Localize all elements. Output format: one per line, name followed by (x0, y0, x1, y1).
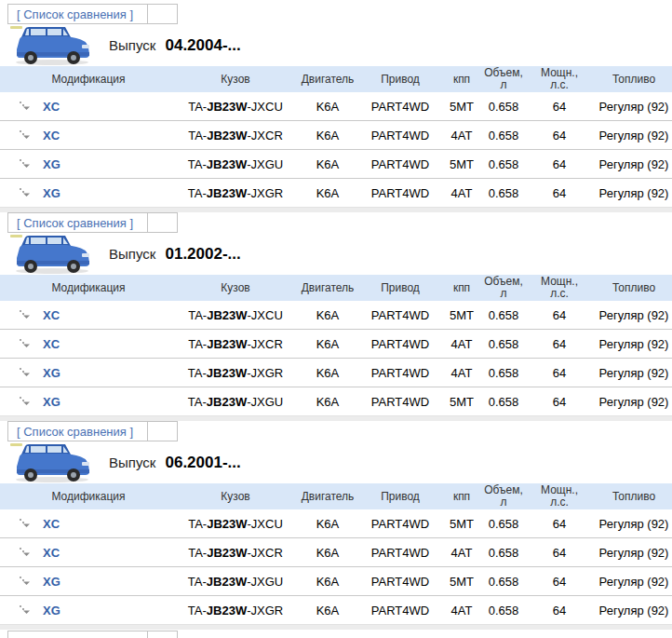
car-thumbnail (7, 24, 96, 66)
release-info: Выпуск 04.2004-... (109, 36, 241, 55)
gearbox-cell: 4AT (439, 179, 484, 208)
body-code-cell: TA-JB23W-JXCU (177, 92, 294, 121)
compare-list-cell (7, 631, 147, 638)
modification-link[interactable]: XG (43, 186, 60, 200)
compare-add-icon[interactable] (19, 367, 30, 378)
release-info: Выпуск 06.2001-... (109, 454, 241, 472)
table-row: XC TA-JB23W-JXCU K6A PART4WD 5MT 0.658 6… (0, 509, 672, 538)
table-row: XG TA-JB23W-JXGR K6A PART4WD 4AT 0.658 6… (0, 179, 672, 208)
mods-table: Модификация Кузов Двигатель Привод кпп О… (0, 275, 672, 415)
catalog-section: [ Список сравнения ] Выпуск 04.2004-... … (0, 4, 672, 212)
col-header-volume: Объем,л (484, 66, 523, 92)
compare-add-icon[interactable] (19, 129, 30, 141)
col-header-modification: Модификация (0, 66, 177, 92)
modification-link[interactable]: XC (43, 100, 60, 114)
modification-link[interactable]: XC (43, 337, 60, 351)
compare-add-icon[interactable] (19, 187, 30, 198)
engine-cell: K6A (294, 538, 361, 567)
compare-add-icon[interactable] (19, 547, 30, 558)
modification-link[interactable]: XG (43, 157, 60, 171)
compare-list-link[interactable]: [ Список сравнения ] (17, 216, 133, 230)
modification-link[interactable]: XC (43, 129, 60, 143)
compare-add-icon[interactable] (19, 338, 30, 349)
drive-cell: PART4WD (361, 301, 439, 330)
power-cell: 64 (523, 330, 596, 359)
gearbox-cell: 4AT (439, 596, 484, 625)
fuel-cell: Регуляр (92) (596, 92, 672, 121)
engine-cell: K6A (294, 359, 361, 387)
modification-link[interactable]: XC (43, 546, 60, 560)
modification-link[interactable]: XG (43, 575, 60, 589)
compare-add-icon[interactable] (19, 576, 30, 587)
compare-add-icon[interactable] (19, 158, 30, 170)
compare-list-box: [ Список сравнения ] (7, 4, 672, 24)
col-header-gearbox: кпп (439, 275, 484, 301)
power-cell: 64 (523, 301, 596, 330)
modification-link[interactable]: XG (43, 366, 60, 380)
drive-cell: PART4WD (361, 121, 439, 150)
col-header-engine: Двигатель (294, 483, 361, 509)
compare-add-icon[interactable] (19, 518, 30, 529)
modification-link[interactable]: XG (43, 604, 60, 618)
volume-cell: 0.658 (484, 179, 523, 208)
volume-cell: 0.658 (484, 150, 523, 179)
col-header-volume: Объем,л (484, 483, 523, 509)
drive-cell: PART4WD (361, 509, 439, 538)
engine-cell: K6A (294, 596, 361, 625)
gearbox-cell: 5MT (439, 150, 484, 179)
col-header-gearbox: кпп (439, 66, 484, 92)
compare-add-icon[interactable] (19, 309, 30, 320)
compare-list-cell: [ Список сравнения ] (7, 4, 147, 24)
col-header-fuel: Топливо (596, 483, 672, 509)
col-header-engine: Двигатель (294, 66, 361, 92)
gearbox-cell: 4AT (439, 330, 484, 359)
col-header-engine: Двигатель (294, 275, 361, 301)
col-header-drive: Привод (361, 66, 439, 92)
gearbox-cell: 5MT (439, 387, 484, 416)
gearbox-cell: 5MT (439, 92, 484, 121)
compare-add-icon[interactable] (19, 604, 30, 616)
gearbox-cell: 4AT (439, 538, 484, 567)
power-cell: 64 (523, 121, 596, 150)
modification-link[interactable]: XG (43, 395, 60, 409)
body-code-cell: TA-JB23W-JXCR (177, 538, 294, 567)
compare-empty-cell (147, 421, 178, 441)
drive-cell: PART4WD (361, 330, 439, 359)
col-header-modification: Модификация (0, 275, 177, 301)
col-header-gearbox: кпп (439, 483, 484, 509)
car-thumbnail (7, 233, 96, 275)
engine-cell: K6A (294, 92, 361, 121)
modification-link[interactable]: XC (43, 308, 60, 322)
table-row: XG TA-JB23W-JXGU K6A PART4WD 5MT 0.658 6… (0, 387, 672, 416)
body-code-cell: TA-JB23W-JXGR (177, 179, 294, 208)
compare-empty-cell (147, 212, 178, 233)
release-date: 01.2002-... (165, 245, 240, 263)
gearbox-cell: 4AT (439, 121, 484, 150)
fuel-cell: Регуляр (92) (596, 387, 672, 416)
compare-add-icon[interactable] (19, 396, 30, 407)
release-label: Выпуск (109, 246, 155, 262)
release-date: 04.2004-... (165, 36, 240, 54)
table-row: XC TA-JB23W-JXCR K6A PART4WD 4AT 0.658 6… (0, 121, 672, 150)
release-date: 06.2001-... (165, 454, 240, 471)
car-release-row: Выпуск 06.2001-... (7, 441, 672, 483)
fuel-cell: Регуляр (92) (596, 121, 672, 150)
power-cell: 64 (523, 596, 596, 625)
engine-cell: K6A (294, 150, 361, 179)
volume-cell: 0.658 (484, 359, 523, 387)
car-release-row: Выпуск 04.2004-... (7, 24, 672, 66)
col-header-fuel: Топливо (596, 66, 672, 92)
release-label: Выпуск (109, 455, 155, 470)
volume-cell: 0.658 (484, 301, 523, 330)
compare-list-link[interactable]: [ Список сравнения ] (17, 7, 133, 21)
col-header-body: Кузов (177, 66, 294, 92)
modification-link[interactable]: XC (43, 517, 60, 531)
volume-cell: 0.658 (484, 330, 523, 359)
gearbox-cell: 5MT (439, 509, 484, 538)
compare-add-icon[interactable] (19, 101, 30, 112)
compare-list-cell: [ Список сравнения ] (7, 212, 147, 233)
compare-list-link[interactable]: [ Список сравнения ] (17, 425, 133, 439)
fuel-cell: Регуляр (92) (596, 150, 672, 179)
body-code-cell: TA-JB23W-JXCR (177, 121, 294, 150)
volume-cell: 0.658 (484, 121, 523, 150)
